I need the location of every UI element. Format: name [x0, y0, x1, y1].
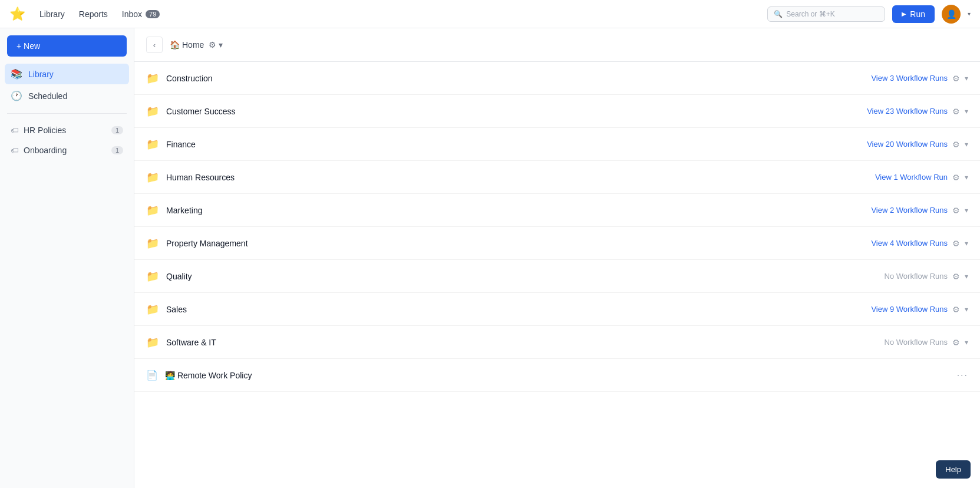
avatar-chevron-icon[interactable]: ▾ [968, 11, 971, 17]
library-icon: 📚 [11, 68, 22, 80]
gear-icon-finance[interactable]: ⚙ [952, 140, 960, 149]
collapse-sidebar-button[interactable]: ‹ [146, 37, 163, 53]
nav-library[interactable]: Library [39, 9, 65, 19]
chevron-icon-customer-success[interactable]: ▾ [965, 107, 968, 116]
gear-icon-marketing[interactable]: ⚙ [952, 206, 960, 215]
workflow-runs-link-property-management[interactable]: View 4 Workflow Runs [871, 239, 948, 248]
folder-row-quality[interactable]: 📁 Quality No Workflow Runs ⚙ ▾ [134, 260, 980, 293]
tag-label-hr: HR Policies [24, 126, 66, 135]
folder-row-human-resources[interactable]: 📁 Human Resources View 1 Workflow Run ⚙ … [134, 161, 980, 194]
folder-name-human-resources: Human Resources [166, 173, 875, 182]
folder-actions-sales: View 9 Workflow Runs ⚙ ▾ [871, 305, 968, 314]
sidebar: + New 📚 Library 🕐 Scheduled 🏷 HR Policie… [0, 28, 134, 488]
chevron-icon-marketing[interactable]: ▾ [965, 206, 968, 215]
document-name-remote-work: 🧑‍💻 Remote Work Policy [165, 371, 957, 380]
sidebar-nav: 📚 Library 🕐 Scheduled [0, 64, 134, 106]
workflow-runs-link-marketing[interactable]: View 2 Workflow Runs [871, 206, 948, 215]
folder-name-construction: Construction [166, 74, 871, 83]
help-button[interactable]: Help [936, 460, 971, 479]
chevron-icon-property-management[interactable]: ▾ [965, 239, 968, 248]
settings-icon: ⚙ [209, 40, 216, 50]
logo-icon[interactable]: ⭐ [9, 6, 25, 22]
gear-icon-property-management[interactable]: ⚙ [952, 239, 960, 248]
tag-icon-onboarding: 🏷 [11, 146, 19, 155]
avatar[interactable]: 👤 [942, 5, 961, 24]
document-actions-remote-work: ··· [957, 370, 968, 381]
search-box[interactable]: 🔍 Search or ⌘+K [767, 6, 885, 22]
sidebar-item-scheduled[interactable]: 🕐 Scheduled [5, 85, 129, 106]
breadcrumb-settings-chevron: ▾ [219, 40, 223, 50]
gear-icon-human-resources[interactable]: ⚙ [952, 173, 960, 182]
folder-actions-construction: View 3 Workflow Runs ⚙ ▾ [871, 74, 968, 83]
folder-icon-software-it: 📁 [146, 336, 159, 349]
chevron-icon-sales[interactable]: ▾ [965, 305, 968, 314]
breadcrumb-settings[interactable]: ⚙ ▾ [209, 40, 223, 50]
chevron-icon-human-resources[interactable]: ▾ [965, 173, 968, 182]
folder-actions-customer-success: View 23 Workflow Runs ⚙ ▾ [867, 107, 968, 116]
gear-icon-quality[interactable]: ⚙ [952, 272, 960, 281]
nav-inbox[interactable]: Inbox [122, 9, 142, 19]
workflow-runs-link-human-resources[interactable]: View 1 Workflow Run [875, 173, 948, 182]
clock-icon: 🕐 [11, 90, 22, 101]
nav-reports[interactable]: Reports [79, 9, 108, 19]
chevron-icon-quality[interactable]: ▾ [965, 272, 968, 281]
nav-inbox-wrapper: Inbox 79 [122, 9, 160, 19]
top-nav: ⭐ Library Reports Inbox 79 🔍 Search or ⌘… [0, 0, 980, 28]
folder-row-sales[interactable]: 📁 Sales View 9 Workflow Runs ⚙ ▾ [134, 293, 980, 326]
folder-row-customer-success[interactable]: 📁 Customer Success View 23 Workflow Runs… [134, 95, 980, 128]
chevron-icon-finance[interactable]: ▾ [965, 140, 968, 149]
folder-icon-finance: 📁 [146, 138, 159, 151]
folder-actions-marketing: View 2 Workflow Runs ⚙ ▾ [871, 206, 968, 215]
workflow-runs-link-construction[interactable]: View 3 Workflow Runs [871, 74, 948, 83]
sidebar-tags: 🏷 HR Policies 1 🏷 Onboarding 1 [0, 121, 134, 160]
chevron-icon-construction[interactable]: ▾ [965, 74, 968, 83]
tag-label-onboarding: Onboarding [24, 146, 67, 155]
top-nav-left: ⭐ Library Reports Inbox 79 [9, 6, 160, 22]
folder-name-quality: Quality [166, 272, 885, 281]
folder-actions-finance: View 20 Workflow Runs ⚙ ▾ [867, 140, 968, 149]
gear-icon-software-it[interactable]: ⚙ [952, 338, 960, 347]
folder-actions-human-resources: View 1 Workflow Run ⚙ ▾ [875, 173, 968, 182]
folder-actions-property-management: View 4 Workflow Runs ⚙ ▾ [871, 239, 968, 248]
tag-count-onboarding: 1 [111, 146, 123, 154]
breadcrumb-home-label: Home [182, 40, 204, 50]
no-runs-quality: No Workflow Runs [885, 272, 948, 281]
sidebar-item-library[interactable]: 📚 Library [5, 64, 129, 84]
run-button[interactable]: ▶ Run [892, 5, 935, 23]
workflow-runs-link-customer-success[interactable]: View 23 Workflow Runs [867, 107, 948, 116]
tag-icon-hr: 🏷 [11, 126, 19, 135]
tag-item-hr-policies[interactable]: 🏷 HR Policies 1 [5, 121, 129, 140]
folder-row-construction[interactable]: 📁 Construction View 3 Workflow Runs ⚙ ▾ [134, 62, 980, 95]
workflow-runs-link-finance[interactable]: View 20 Workflow Runs [867, 140, 948, 149]
folder-actions-quality: No Workflow Runs ⚙ ▾ [885, 272, 968, 281]
breadcrumb-home[interactable]: 🏠 Home [170, 40, 204, 50]
play-icon: ▶ [902, 11, 906, 17]
folder-name-software-it: Software & IT [166, 338, 885, 347]
tag-item-onboarding[interactable]: 🏷 Onboarding 1 [5, 141, 129, 160]
breadcrumb: ‹ 🏠 Home ⚙ ▾ [134, 28, 980, 62]
sidebar-library-label: Library [28, 70, 54, 79]
main-content: ‹ 🏠 Home ⚙ ▾ 📁 Construction View 3 Workf… [134, 28, 980, 488]
inbox-badge: 79 [146, 10, 160, 18]
folder-row-finance[interactable]: 📁 Finance View 20 Workflow Runs ⚙ ▾ [134, 128, 980, 161]
document-row-remote-work[interactable]: 📄 🧑‍💻 Remote Work Policy ··· [134, 359, 980, 392]
top-nav-right: 🔍 Search or ⌘+K ▶ Run 👤 ▾ [767, 5, 971, 24]
folder-row-software-it[interactable]: 📁 Software & IT No Workflow Runs ⚙ ▾ [134, 326, 980, 359]
search-icon: 🔍 [774, 10, 783, 18]
gear-icon-construction[interactable]: ⚙ [952, 74, 960, 83]
gear-icon-customer-success[interactable]: ⚙ [952, 107, 960, 116]
folder-row-property-management[interactable]: 📁 Property Management View 4 Workflow Ru… [134, 227, 980, 260]
more-options-icon-remote-work[interactable]: ··· [957, 370, 968, 381]
chevron-icon-software-it[interactable]: ▾ [965, 338, 968, 347]
folder-name-property-management: Property Management [166, 239, 871, 248]
sidebar-divider [7, 113, 127, 114]
new-button[interactable]: + New [7, 35, 127, 57]
folder-row-marketing[interactable]: 📁 Marketing View 2 Workflow Runs ⚙ ▾ [134, 194, 980, 227]
workflow-runs-link-sales[interactable]: View 9 Workflow Runs [871, 305, 948, 314]
gear-icon-sales[interactable]: ⚙ [952, 305, 960, 314]
folder-actions-software-it: No Workflow Runs ⚙ ▾ [885, 338, 968, 347]
folder-name-finance: Finance [166, 140, 867, 149]
layout: + New 📚 Library 🕐 Scheduled 🏷 HR Policie… [0, 28, 980, 488]
document-icon-remote-work: 📄 [146, 370, 158, 381]
no-runs-software-it: No Workflow Runs [885, 338, 948, 347]
